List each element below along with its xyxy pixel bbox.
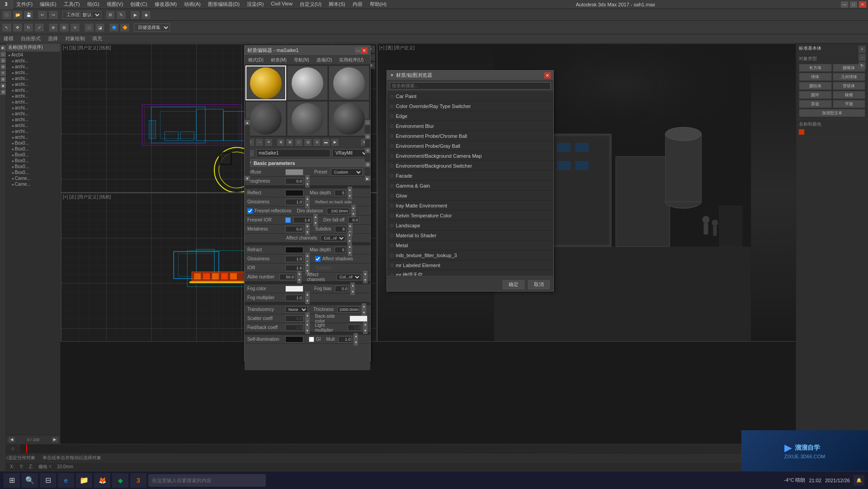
roughness-down[interactable]: ▼ [305, 181, 310, 188]
fresnel-ior-input[interactable] [293, 217, 311, 223]
max-depth2-down[interactable]: ▼ [348, 250, 352, 256]
dim-dist-down[interactable]: ▼ [351, 211, 356, 217]
snap-btn[interactable]: ⊕ [48, 23, 58, 32]
rotate-btn[interactable]: ↻ [24, 23, 33, 32]
sidebar-icon-1[interactable]: ▶ [0, 45, 6, 51]
affect-ch2-down[interactable]: ▼ [363, 277, 368, 283]
modify-btn[interactable]: ✎ [116, 10, 126, 19]
fog-color-swatch[interactable] [285, 286, 303, 292]
mat-name-input[interactable] [256, 149, 330, 157]
scene-tree-item-5[interactable]: ●archi... [6, 81, 60, 87]
mat-clear-btn[interactable]: ✕ [264, 138, 273, 146]
affect-ch2-up[interactable]: ▲ [363, 271, 368, 277]
mat-preview-light[interactable]: ☀ [365, 148, 370, 153]
workspace-dropdown[interactable]: 工作区: 默认 [62, 11, 101, 19]
light-mult-up[interactable]: ▲ [363, 321, 368, 328]
scene-tree-item-19[interactable]: ●Box0... [6, 164, 60, 169]
mirror-btn[interactable]: ⊞ [59, 23, 69, 32]
menu-custom[interactable]: 自定义(U) [296, 0, 325, 9]
btn-pyramid[interactable]: 棱锥 [833, 91, 866, 99]
basic-params-header[interactable]: ▼ Basic parameters [245, 159, 370, 168]
mat-preview-bg[interactable]: ◎ [365, 134, 370, 139]
undo-btn[interactable]: ↩ [38, 10, 47, 19]
metalness-up[interactable]: ▲ [305, 223, 310, 229]
subdivs-up[interactable]: ▲ [348, 223, 353, 229]
max-depth-up[interactable]: ▲ [348, 187, 352, 193]
scene-tree-item-1[interactable]: ●archi... [6, 58, 60, 64]
mat-browser-item-1[interactable]: □Color Override/Ray Type Switcher [387, 101, 553, 111]
btn-teapot[interactable]: 茶壶 [799, 100, 832, 108]
thickness-down[interactable]: ▼ [362, 310, 366, 316]
scene-tree-item-17[interactable]: ●Box0... [6, 152, 60, 158]
menu-group[interactable]: 组(G) [84, 0, 103, 9]
refract-color-swatch[interactable] [285, 247, 303, 253]
close-button[interactable]: ✕ [859, 1, 866, 8]
new-btn[interactable]: □ [2, 10, 12, 19]
cmd-fill[interactable]: 填充 [92, 35, 102, 42]
mult-up[interactable]: ▲ [354, 333, 358, 339]
maximize-button[interactable]: □ [850, 1, 857, 8]
mat-preview-video[interactable]: ▶ [365, 176, 370, 181]
menu-help[interactable]: 帮助(H) [366, 0, 390, 9]
mat-browser-item-11[interactable]: □Iray Matte Environment [387, 201, 553, 211]
menu-file[interactable]: 文件(F) [13, 0, 36, 9]
glossiness-input[interactable] [285, 199, 303, 205]
render-btn[interactable]: 🔷 [109, 23, 119, 32]
mat-browser-ok-btn[interactable]: 确定 [503, 280, 524, 289]
abbe-up[interactable]: ▲ [297, 271, 302, 277]
affect-channels2-dropdown[interactable]: Col...nly [336, 274, 361, 280]
mat-type-dropdown[interactable]: VRayMtl [332, 149, 368, 157]
glossiness2-up[interactable]: ▲ [305, 253, 310, 259]
tree-scroll-up[interactable]: ◀ [8, 437, 15, 443]
mult-down[interactable]: ▼ [354, 339, 358, 346]
mat-browser-item-2[interactable]: □Edge [387, 111, 553, 121]
dim-dist-up[interactable]: ▲ [351, 205, 356, 211]
mat-browser-cancel-btn[interactable]: 取消 [528, 280, 550, 289]
select-btn[interactable]: ↖ [2, 23, 12, 32]
save-btn[interactable]: 💾 [24, 10, 33, 19]
align-btn[interactable]: ≡ [70, 23, 80, 32]
taskbar-notify-btn[interactable]: 🔔 [854, 475, 864, 486]
sidebar-icon-5[interactable]: ✎ [0, 71, 6, 76]
sidebar-icon-4[interactable]: ⊕ [0, 64, 6, 70]
taskbar-app1-btn[interactable]: ◆ [112, 473, 128, 488]
cmd-freeform[interactable]: 自由形式 [21, 35, 41, 42]
scene-tree-item-2[interactable]: ●archi... [6, 64, 60, 70]
btn-plane[interactable]: 平面 [833, 100, 866, 108]
scatter-up[interactable]: ▲ [305, 312, 310, 319]
glossiness-down[interactable]: ▼ [305, 202, 310, 208]
mat-browser-item-10[interactable]: □Glow [387, 191, 553, 201]
mat-preview-6[interactable] [329, 101, 369, 136]
menu-render[interactable]: 渲染(R) [243, 0, 267, 9]
subdivs-input[interactable] [335, 226, 346, 232]
fwd-back-down[interactable]: ▼ [305, 328, 310, 334]
sidebar-icon-8[interactable]: ☰ [0, 89, 6, 95]
scene-tree-item-7[interactable]: ●archi... [6, 93, 60, 99]
menu-animation[interactable]: 动画(A) [180, 0, 204, 9]
mat-cylinder-btn[interactable]: ⊙ [313, 138, 321, 146]
mat-browser-item-8[interactable]: □Facade [387, 171, 553, 181]
scene-tree-item-21[interactable]: ●Came... [6, 175, 60, 181]
scene-tree-item-8[interactable]: ●archi... [6, 99, 60, 105]
taskbar-search-input[interactable] [148, 474, 266, 487]
thickness-input[interactable] [337, 306, 360, 313]
scene-tree-item-13[interactable]: ●archi... [6, 128, 60, 134]
scene-tree-item-4[interactable]: ●archi... [6, 75, 60, 81]
btn-sphere[interactable]: 球体 [799, 73, 832, 81]
fwd-back-up[interactable]: ▲ [305, 321, 310, 328]
fog-bias-down[interactable]: ▼ [350, 289, 355, 295]
max-depth-input[interactable] [335, 190, 346, 196]
scene-tree-item-14[interactable]: ●archi... [6, 134, 60, 140]
cmd-paint[interactable]: 对象绘制 [65, 35, 85, 42]
cmd-modeling[interactable]: 建模 [4, 35, 14, 42]
abbe-input[interactable] [279, 274, 295, 280]
mat-browser-item-15[interactable]: □Metal [387, 240, 553, 250]
fwd-back-input[interactable] [285, 324, 303, 331]
mat-browser-item-9[interactable]: □Gamma & Gain [387, 181, 553, 191]
menu-civil-view[interactable]: Civil View [267, 0, 296, 9]
mat-video-btn[interactable]: ▶ [331, 138, 339, 146]
mat-scroll-up[interactable]: ▲ [245, 120, 250, 125]
gi-checkbox[interactable] [309, 337, 314, 342]
taskbar-3dsmax-btn[interactable]: 3 [130, 473, 146, 488]
scene-tree-item-22[interactable]: ●Came... [6, 181, 60, 187]
